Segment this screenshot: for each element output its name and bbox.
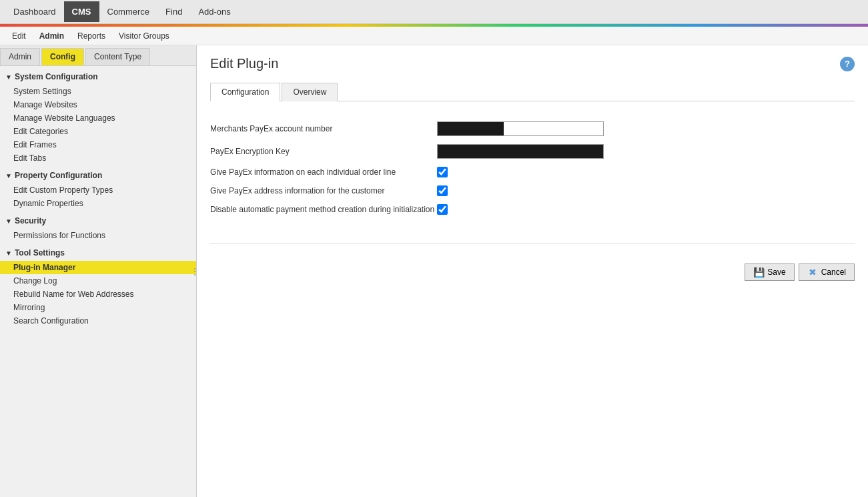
top-nav: Dashboard CMS Commerce Find Add-ons bbox=[0, 0, 868, 24]
sidebar-item-mirroring[interactable]: Mirroring bbox=[0, 301, 196, 314]
second-nav-edit[interactable]: Edit bbox=[5, 29, 33, 43]
second-nav: Edit Admin Reports Visitor Groups bbox=[0, 27, 868, 45]
checkbox-payex-order-line[interactable] bbox=[437, 167, 448, 177]
content-tabs: Configuration Overview bbox=[210, 82, 855, 101]
sidebar: Admin Config Content Type ▼ System Confi… bbox=[0, 45, 197, 497]
section-tool-settings[interactable]: ▼ Tool Settings bbox=[0, 245, 196, 261]
sidebar-item-permissions-for-functions[interactable]: Permissions for Functions bbox=[0, 229, 196, 242]
page-header: Edit Plug-in ? bbox=[210, 56, 855, 71]
label-disable-payment: Disable automatic payment method creatio… bbox=[210, 205, 437, 214]
nav-dashboard[interactable]: Dashboard bbox=[5, 1, 64, 22]
sidebar-item-edit-custom-property-types[interactable]: Edit Custom Property Types bbox=[0, 183, 196, 197]
sidebar-item-manage-website-languages[interactable]: Manage Website Languages bbox=[0, 111, 196, 125]
button-row: 💾 Save ✖ Cancel bbox=[210, 257, 855, 281]
content-area: Edit Plug-in ? Configuration Overview Me… bbox=[197, 45, 868, 497]
sidebar-item-search-configuration[interactable]: Search Configuration bbox=[0, 314, 196, 328]
form-row-payex-order-line: Give PayEx information on each individua… bbox=[210, 167, 855, 177]
sidebar-item-rebuild-name[interactable]: Rebuild Name for Web Addresses bbox=[0, 288, 196, 301]
tab-configuration[interactable]: Configuration bbox=[210, 83, 280, 101]
save-button[interactable]: 💾 Save bbox=[745, 264, 794, 281]
second-nav-admin[interactable]: Admin bbox=[33, 29, 71, 43]
tab-overview[interactable]: Overview bbox=[282, 83, 338, 101]
section-tool-settings-label: Tool Settings bbox=[15, 248, 65, 258]
tab-content-type[interactable]: Content Type bbox=[85, 48, 150, 65]
section-security-label: Security bbox=[15, 216, 46, 225]
tab-admin[interactable]: Admin bbox=[0, 48, 40, 65]
nav-find[interactable]: Find bbox=[157, 1, 190, 22]
label-payex-order-line: Give PayEx information on each individua… bbox=[210, 167, 437, 177]
sidebar-item-manage-websites[interactable]: Manage Websites bbox=[0, 98, 196, 111]
section-property-config-label: Property Configuration bbox=[15, 171, 102, 180]
checkbox-disable-payment[interactable] bbox=[437, 204, 448, 215]
cancel-icon: ✖ bbox=[807, 267, 818, 278]
section-property-configuration[interactable]: ▼ Property Configuration bbox=[0, 167, 196, 183]
form-section: Merchants PayEx account number PayEx Enc… bbox=[210, 115, 855, 229]
help-icon[interactable]: ? bbox=[840, 57, 855, 71]
form-row-payex-address: Give PayEx address information for the c… bbox=[210, 185, 855, 196]
label-payex-account: Merchants PayEx account number bbox=[210, 124, 437, 133]
label-payex-key: PayEx Encryption Key bbox=[210, 147, 437, 156]
section-system-config-label: System Configuration bbox=[15, 72, 98, 81]
checkbox-payex-address[interactable] bbox=[437, 185, 448, 196]
cancel-button[interactable]: ✖ Cancel bbox=[799, 264, 855, 281]
form-row-disable-payment: Disable automatic payment method creatio… bbox=[210, 204, 855, 215]
sidebar-item-edit-tabs[interactable]: Edit Tabs bbox=[0, 151, 196, 165]
arrow-property-config: ▼ bbox=[5, 172, 12, 179]
sidebar-item-edit-frames[interactable]: Edit Frames bbox=[0, 138, 196, 151]
sidebar-handle-dots: ⋮ bbox=[190, 267, 197, 276]
label-payex-address: Give PayEx address information for the c… bbox=[210, 186, 437, 195]
sidebar-item-dynamic-properties[interactable]: Dynamic Properties bbox=[0, 197, 196, 210]
nav-addons[interactable]: Add-ons bbox=[190, 1, 238, 22]
section-system-configuration[interactable]: ▼ System Configuration bbox=[0, 69, 196, 85]
save-label: Save bbox=[767, 268, 785, 277]
main-layout: Admin Config Content Type ▼ System Confi… bbox=[0, 45, 868, 497]
save-icon: 💾 bbox=[753, 267, 764, 278]
arrow-security: ▼ bbox=[5, 217, 12, 225]
section-security[interactable]: ▼ Security bbox=[0, 213, 196, 229]
arrow-system-config: ▼ bbox=[5, 73, 12, 81]
sidebar-item-plugin-manager[interactable]: Plug-in Manager bbox=[0, 261, 196, 274]
second-nav-reports[interactable]: Reports bbox=[71, 29, 112, 43]
sidebar-resize-handle[interactable]: ⋮ bbox=[192, 45, 196, 497]
page-title: Edit Plug-in bbox=[210, 56, 278, 71]
form-divider bbox=[210, 243, 855, 243]
sidebar-item-system-settings[interactable]: System Settings bbox=[0, 85, 196, 98]
second-nav-visitor-groups[interactable]: Visitor Groups bbox=[112, 29, 176, 43]
cancel-label: Cancel bbox=[821, 268, 846, 277]
sidebar-tabs: Admin Config Content Type bbox=[0, 45, 196, 66]
nav-cms[interactable]: CMS bbox=[64, 1, 99, 22]
arrow-tool-settings: ▼ bbox=[5, 250, 12, 257]
sidebar-item-edit-categories[interactable]: Edit Categories bbox=[0, 125, 196, 138]
input-payex-key[interactable] bbox=[437, 144, 604, 159]
form-row-payex-account: Merchants PayEx account number bbox=[210, 121, 855, 136]
form-row-payex-key: PayEx Encryption Key bbox=[210, 144, 855, 159]
input-payex-account[interactable] bbox=[437, 121, 604, 136]
sidebar-item-change-log[interactable]: Change Log bbox=[0, 274, 196, 288]
tab-config[interactable]: Config bbox=[41, 48, 84, 65]
nav-commerce[interactable]: Commerce bbox=[99, 1, 158, 22]
